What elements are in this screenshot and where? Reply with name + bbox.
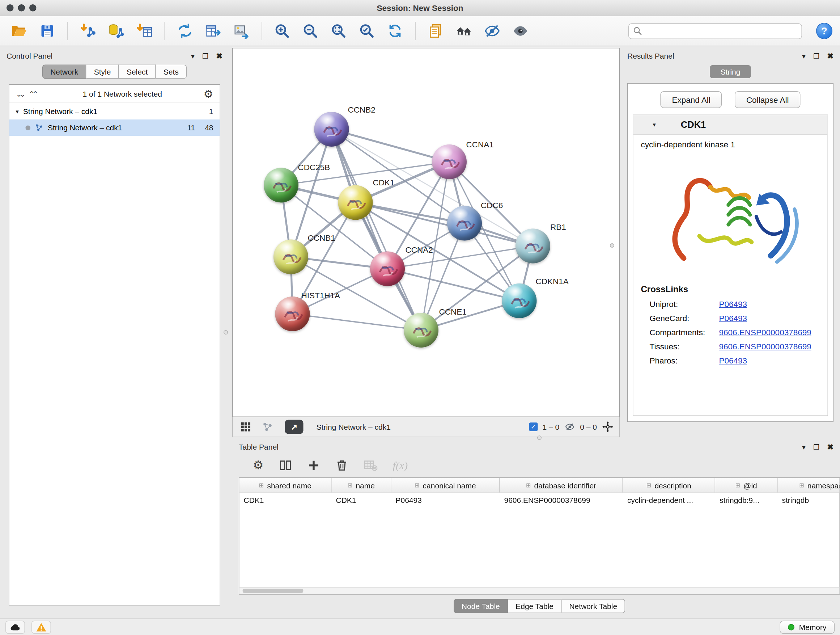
column-header[interactable]: ⊞name [332,478,392,493]
crosslink-link[interactable]: 9606.ENSP00000378699 [719,328,812,337]
cloud-status-button[interactable] [5,621,25,633]
refresh-layout-button[interactable] [384,19,407,43]
minimize-window-button[interactable] [18,4,25,11]
import-network-database-icon [108,23,125,39]
column-header[interactable]: ⊞description [623,478,715,493]
network-node[interactable] [515,229,550,264]
network-options-gear-icon[interactable]: ⚙ [204,88,213,99]
zoom-in-button[interactable] [271,19,294,43]
network-node[interactable] [370,252,405,287]
panel-collapse-icon[interactable]: ▾ [191,52,195,60]
splitter-grip[interactable] [537,435,542,440]
expand-all-icon[interactable]: ⌃⌃ [28,90,36,97]
network-edge[interactable] [293,314,422,330]
table-row[interactable]: CDK1CDK1P064939606.ENSP00000378699cyclin… [240,493,840,507]
column-header[interactable]: ⊞canonical name [392,478,500,493]
column-header[interactable]: ⊞database identifier [500,478,623,493]
tab-select[interactable]: Select [119,65,156,79]
panel-float-icon[interactable]: ❐ [813,443,819,451]
network-node[interactable] [275,296,310,331]
apply-function-button[interactable]: f(x) [393,459,408,472]
expander-icon[interactable]: ▾ [16,108,19,115]
tab-network[interactable]: Network [42,65,87,79]
panel-collapse-icon[interactable]: ▾ [802,443,806,451]
import-table-from-file-button[interactable] [133,19,156,43]
panel-float-icon[interactable]: ❐ [813,52,819,60]
crosslink-link[interactable]: P06493 [719,314,747,323]
zoom-out-button[interactable] [299,19,322,43]
network-edge[interactable] [332,129,422,330]
open-session-button[interactable] [8,19,30,43]
network-node[interactable] [264,168,298,203]
column-header[interactable]: ⊞@id [715,478,778,493]
network-node[interactable] [502,283,537,318]
search-box[interactable] [628,23,802,39]
export-network-button[interactable] [174,19,196,43]
string-home-button[interactable] [453,19,475,43]
maximize-window-button[interactable] [29,4,36,11]
panel-close-icon[interactable]: ✖ [827,52,834,60]
export-image-button[interactable] [230,19,253,43]
duplicate-network-button[interactable] [424,19,447,43]
zoom-selected-button[interactable] [355,19,378,43]
network-node[interactable] [314,112,349,147]
delete-column-button[interactable] [335,459,348,472]
table-settings-button[interactable]: ⚙ [253,458,264,472]
import-network-from-database-button[interactable] [105,19,128,43]
add-column-button[interactable] [307,459,320,472]
collapse-all-button[interactable]: Collapse All [735,91,800,108]
tab-edge-table[interactable]: Edge Table [508,599,561,613]
warnings-button[interactable] [32,621,51,633]
close-window-button[interactable] [6,4,14,11]
gene-section-header[interactable]: ▾ CDK1 [633,115,828,135]
column-header[interactable]: ⊞shared name [240,478,332,493]
zoom-fit-button[interactable] [327,19,350,43]
column-header[interactable]: ⊞namespac [778,478,840,493]
detach-view-button[interactable]: ↗ [285,420,303,434]
panel-float-icon[interactable]: ❐ [202,52,208,60]
table-horizontal-scrollbar[interactable] [240,587,840,594]
help-button[interactable]: ? [816,23,832,39]
network-node[interactable] [338,185,373,220]
crosslink-link[interactable]: P06493 [719,356,747,365]
network-collection-row[interactable]: ▾ String Network – cdk1 1 [9,103,220,119]
network-node[interactable] [432,144,467,179]
network-row-label: String Network – cdk1 [48,124,122,132]
hide-selected-button[interactable] [481,19,504,43]
tab-node-table[interactable]: Node Table [453,599,508,613]
scrollbar-thumb[interactable] [243,589,303,593]
crosslink-link[interactable]: P06493 [719,299,747,309]
node-table[interactable]: ⊞shared name⊞name⊞canonical name⊞databas… [239,478,840,595]
crosslink-row: GeneCard:P06493 [641,314,820,323]
selected-checkbox-icon[interactable]: ✓ [529,423,538,431]
crosslink-link[interactable]: 9606.ENSP00000378699 [719,342,812,351]
tab-style[interactable]: Style [87,65,119,79]
panel-close-icon[interactable]: ✖ [827,443,834,451]
export-table-button[interactable] [202,19,225,43]
network-node[interactable] [447,206,482,241]
network-canvas[interactable]: CCNB2CCNA1CDC25BCDK1CDC6RB1CCNB1CCNA2CDK… [232,48,620,417]
network-node[interactable] [273,240,308,274]
memory-button[interactable]: Memory [780,621,835,633]
pan-crosshair-icon[interactable] [602,421,614,433]
section-expander-icon[interactable]: ▾ [653,121,656,128]
delete-table-button[interactable] [363,459,378,472]
expand-all-button[interactable]: Expand All [660,91,722,108]
panel-collapse-icon[interactable]: ▾ [802,52,806,60]
collapse-all-icon[interactable]: ⌄⌄ [16,90,23,97]
show-columns-button[interactable] [279,459,292,472]
grid-view-button[interactable] [238,420,254,434]
search-input[interactable] [628,23,802,39]
save-session-button[interactable] [36,19,58,43]
tab-network-table[interactable]: Network Table [561,599,625,613]
tab-string[interactable]: String [710,65,752,78]
splitter-grip[interactable] [610,243,614,248]
network-row-selected[interactable]: String Network – cdk1 11 48 [9,119,220,136]
network-node[interactable] [404,313,439,348]
panel-close-icon[interactable]: ✖ [216,52,223,60]
tab-sets[interactable]: Sets [156,65,187,79]
import-network-from-file-button[interactable] [77,19,99,43]
show-all-button[interactable] [509,19,532,43]
splitter-grip[interactable] [224,330,228,334]
birdseye-view-button[interactable] [260,420,275,434]
